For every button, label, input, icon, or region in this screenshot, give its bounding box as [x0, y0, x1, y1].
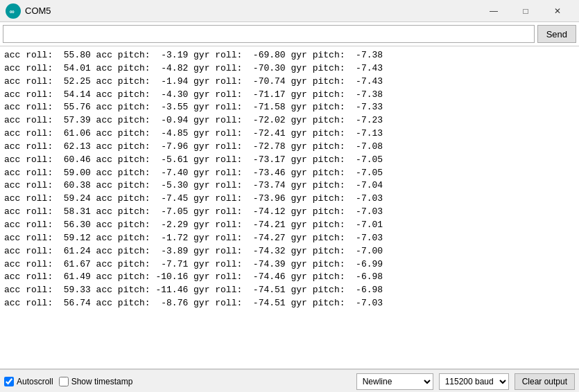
serial-line: acc roll: 55.76 acc pitch: -3.55 gyr rol… — [4, 101, 575, 114]
arduino-logo-icon: ∞ — [6, 3, 21, 19]
newline-select[interactable]: No line endingNewlineCarriage returnBoth… — [356, 373, 433, 390]
serial-line: acc roll: 61.06 acc pitch: -4.85 gyr rol… — [4, 127, 575, 141]
autoscroll-text: Autoscroll — [17, 377, 53, 386]
clear-output-button[interactable]: Clear output — [515, 373, 575, 390]
serial-line: acc roll: 56.74 acc pitch: -8.76 gyr rol… — [4, 297, 575, 310]
title-bar: ∞ COM5 — □ ✕ — [0, 0, 579, 22]
serial-line: acc roll: 60.46 acc pitch: -5.61 gyr rol… — [4, 154, 575, 167]
serial-line: acc roll: 60.38 acc pitch: -5.30 gyr rol… — [4, 179, 575, 193]
serial-input[interactable] — [3, 25, 535, 43]
serial-line: acc roll: 61.24 acc pitch: -3.89 gyr rol… — [4, 245, 575, 258]
serial-line: acc roll: 58.31 acc pitch: -7.05 gyr rol… — [4, 206, 575, 219]
serial-line: acc roll: 52.25 acc pitch: -1.94 gyr rol… — [4, 75, 575, 89]
send-button[interactable]: Send — [537, 25, 576, 43]
window-title: COM5 — [25, 6, 51, 16]
serial-line: acc roll: 59.12 acc pitch: -1.72 gyr rol… — [4, 232, 575, 245]
autoscroll-label[interactable]: Autoscroll — [4, 377, 53, 386]
maximize-button[interactable]: □ — [510, 0, 542, 22]
title-bar-left: ∞ COM5 — [6, 3, 51, 19]
window-controls: — □ ✕ — [478, 0, 573, 22]
baud-select[interactable]: 300 baud1200 baud2400 baud4800 baud9600 … — [439, 373, 509, 390]
serial-line: acc roll: 61.67 acc pitch: -7.71 gyr rol… — [4, 258, 575, 271]
minimize-button[interactable]: — — [478, 0, 510, 22]
serial-line: acc roll: 54.01 acc pitch: -4.82 gyr rol… — [4, 62, 575, 75]
show-timestamp-checkbox[interactable] — [59, 377, 69, 386]
serial-output[interactable]: acc roll: 55.80 acc pitch: -3.19 gyr rol… — [0, 46, 579, 369]
serial-line: acc roll: 59.24 acc pitch: -7.45 gyr rol… — [4, 193, 575, 206]
serial-line: acc roll: 59.00 acc pitch: -7.40 gyr rol… — [4, 167, 575, 180]
serial-line: acc roll: 62.13 acc pitch: -7.96 gyr rol… — [4, 141, 575, 154]
close-button[interactable]: ✕ — [542, 0, 573, 22]
serial-line: acc roll: 56.30 acc pitch: -2.29 gyr rol… — [4, 219, 575, 232]
svg-text:∞: ∞ — [10, 7, 15, 15]
serial-line: acc roll: 61.49 acc pitch: -10.16 gyr ro… — [4, 271, 575, 284]
serial-line: acc roll: 59.33 acc pitch: -11.46 gyr ro… — [4, 284, 575, 297]
serial-line: acc roll: 55.80 acc pitch: -3.19 gyr rol… — [4, 49, 575, 62]
serial-line: acc roll: 57.39 acc pitch: -0.94 gyr rol… — [4, 114, 575, 127]
autoscroll-checkbox[interactable] — [4, 377, 14, 386]
send-bar: Send — [0, 22, 579, 46]
show-timestamp-text: Show timestamp — [71, 377, 133, 386]
serial-line: acc roll: 54.14 acc pitch: -4.30 gyr rol… — [4, 89, 575, 102]
show-timestamp-label[interactable]: Show timestamp — [59, 377, 133, 386]
bottom-bar: Autoscroll Show timestamp No line ending… — [0, 369, 579, 392]
